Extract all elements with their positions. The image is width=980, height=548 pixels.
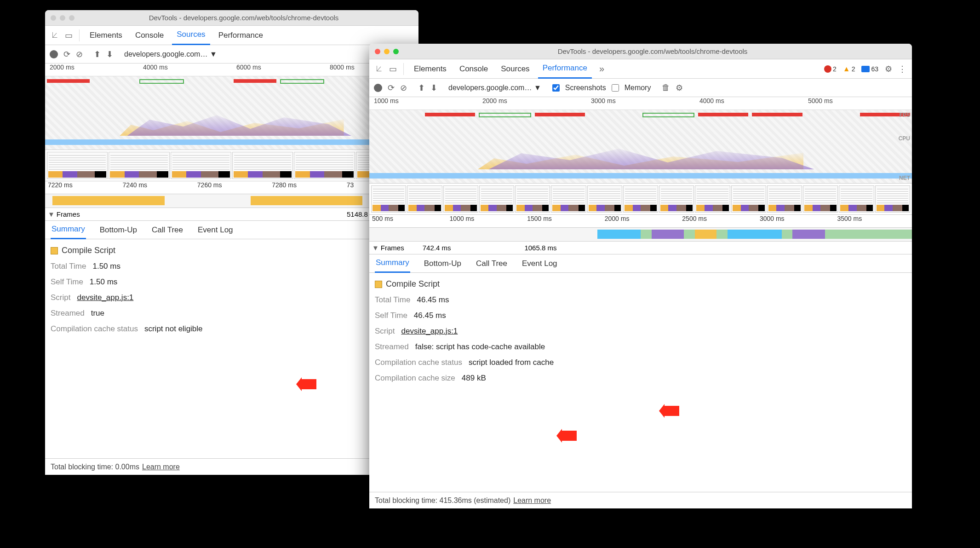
tab-sources[interactable]: Sources [172, 26, 210, 45]
footer: Total blocking time: 415.36ms (estimated… [369, 492, 912, 508]
titlebar[interactable]: DevTools - developers.google.com/web/too… [369, 44, 912, 59]
script-link[interactable]: devsite_app.js:1 [77, 293, 133, 302]
error-badge[interactable]: 2 [824, 65, 837, 73]
window-title: DevTools - developers.google.com/web/too… [75, 14, 413, 22]
minimize-icon[interactable] [384, 49, 390, 54]
subtab-eventlog[interactable]: Event Log [197, 221, 234, 239]
flame-main-row[interactable] [369, 228, 912, 242]
screenshots-checkbox[interactable] [552, 84, 560, 92]
flame-network-row[interactable] [45, 194, 418, 208]
overview-chart[interactable] [45, 76, 418, 150]
frame-time-2: 1065.8 ms [524, 244, 556, 252]
subtab-summary[interactable]: Summary [375, 254, 410, 273]
summary-body: Compile Script Total Time1.50 ms Self Ti… [45, 239, 418, 340]
record-button[interactable] [50, 50, 58, 58]
inspect-icon[interactable]: ⟀ [50, 30, 60, 40]
tab-elements[interactable]: Elements [409, 59, 451, 79]
reload-icon[interactable]: ⟳ [63, 49, 70, 59]
trash-icon[interactable]: 🗑 [662, 83, 670, 92]
upload-icon[interactable]: ⬆ [418, 83, 425, 93]
device-icon[interactable]: ▭ [63, 30, 74, 40]
learn-more-link[interactable]: Learn more [513, 496, 551, 505]
maximize-icon[interactable] [69, 15, 75, 21]
blocking-time: Total blocking time: 0.00ms [51, 463, 139, 471]
screenshot-thumbs[interactable] [369, 184, 912, 215]
frames-row[interactable]: ▼Frames 5148.8 ms [45, 208, 418, 221]
arrow-icon [659, 404, 679, 418]
warning-badge[interactable]: ▲2 [843, 65, 855, 73]
traffic-lights [51, 15, 75, 21]
download-icon[interactable]: ⬇ [106, 49, 113, 59]
event-title: Compile Script [386, 279, 440, 289]
chevron-down-icon: ▼ [372, 244, 379, 252]
detail-subtabs: Summary Bottom-Up Call Tree Event Log [369, 254, 912, 273]
streamed-value: false: script has code-cache available [415, 342, 545, 352]
upload-icon[interactable]: ⬆ [94, 49, 101, 59]
tab-elements[interactable]: Elements [85, 26, 127, 45]
detail-subtabs: Summary Bottom-Up Call Tree Event Log [45, 221, 418, 239]
subtab-eventlog[interactable]: Event Log [521, 254, 558, 273]
clear-icon[interactable]: ⊘ [76, 49, 83, 59]
learn-more-link[interactable]: Learn more [142, 463, 180, 471]
perf-toolbar: ⟳ ⊘ ⬆ ⬇ developers.google.com… ▼ Screens… [369, 79, 912, 97]
gear-icon[interactable]: ⚙ [883, 64, 894, 74]
domain-dropdown[interactable]: developers.google.com… ▼ [124, 50, 217, 58]
subtab-summary[interactable]: Summary [51, 221, 86, 239]
inspect-icon[interactable]: ⟀ [374, 64, 384, 74]
cpu-label: CPU [899, 135, 910, 142]
download-icon[interactable]: ⬇ [430, 83, 437, 93]
kebab-icon[interactable]: ⋮ [897, 64, 907, 74]
frame-time-1: 742.4 ms [423, 244, 451, 252]
chevron-down-icon: ▼ [48, 210, 55, 218]
script-link[interactable]: devsite_app.js:1 [401, 327, 458, 336]
overview-chart[interactable]: FPS CPU NET [369, 110, 912, 184]
devtools-window-1: DevTools - developers.google.com/web/too… [45, 10, 418, 475]
message-badge[interactable]: 63 [861, 65, 878, 73]
close-icon[interactable] [375, 49, 380, 54]
tab-sources[interactable]: Sources [496, 59, 534, 79]
event-title: Compile Script [62, 246, 115, 255]
screenshot-thumbs[interactable] [45, 150, 418, 181]
cache-status: script loaded from cache [469, 358, 554, 367]
subtab-calltree[interactable]: Call Tree [475, 254, 508, 273]
cache-size: 489 kB [462, 374, 486, 383]
overview-ruler: 2000 ms4000 ms6000 ms8000 ms [45, 63, 418, 76]
self-time: 1.50 ms [90, 277, 117, 287]
minimize-icon[interactable] [60, 15, 65, 21]
clear-icon[interactable]: ⊘ [400, 83, 407, 93]
gear-icon[interactable]: ⚙ [676, 83, 683, 93]
devtools-window-2: DevTools - developers.google.com/web/too… [369, 44, 912, 508]
total-time: 1.50 ms [92, 262, 120, 271]
memory-checkbox[interactable] [612, 84, 619, 92]
arrow-icon [296, 377, 316, 391]
total-time: 46.45 ms [417, 295, 449, 305]
fps-label: FPS [900, 112, 910, 118]
traffic-lights [375, 49, 399, 54]
reload-icon[interactable]: ⟳ [388, 83, 395, 93]
domain-dropdown[interactable]: developers.google.com… ▼ [448, 84, 541, 92]
more-tabs-icon[interactable]: » [596, 63, 608, 74]
detail-ruler: 7220 ms7240 ms7260 ms7280 ms73 [45, 181, 418, 194]
record-button[interactable] [374, 84, 382, 92]
detail-ruler: 500 ms1000 ms1500 ms2000 ms2500 ms3000 m… [369, 215, 912, 228]
tab-console[interactable]: Console [455, 59, 493, 79]
device-icon[interactable]: ▭ [388, 64, 398, 74]
titlebar[interactable]: DevTools - developers.google.com/web/too… [45, 10, 418, 26]
main-tabbar: ⟀ ▭ Elements Console Sources Performance [45, 26, 418, 45]
window-title: DevTools - developers.google.com/web/too… [399, 47, 906, 55]
close-icon[interactable] [51, 15, 56, 21]
tab-console[interactable]: Console [131, 26, 168, 45]
tab-performance[interactable]: Performance [214, 26, 268, 45]
subtab-calltree[interactable]: Call Tree [151, 221, 184, 239]
maximize-icon[interactable] [393, 49, 399, 54]
net-label: NET [899, 175, 910, 181]
category-color-icon [375, 281, 382, 288]
subtab-bottomup[interactable]: Bottom-Up [99, 221, 138, 239]
tab-performance[interactable]: Performance [538, 59, 592, 79]
subtab-bottomup[interactable]: Bottom-Up [423, 254, 462, 273]
overview-ruler: 1000 ms2000 ms3000 ms4000 ms5000 ms [369, 97, 912, 110]
arrow-icon [556, 429, 577, 443]
footer: Total blocking time: 0.00ms Learn more [45, 458, 418, 475]
frames-row[interactable]: ▼Frames 742.4 ms 1065.8 ms [369, 242, 912, 254]
main-tabbar: ⟀ ▭ Elements Console Sources Performance… [369, 59, 912, 79]
